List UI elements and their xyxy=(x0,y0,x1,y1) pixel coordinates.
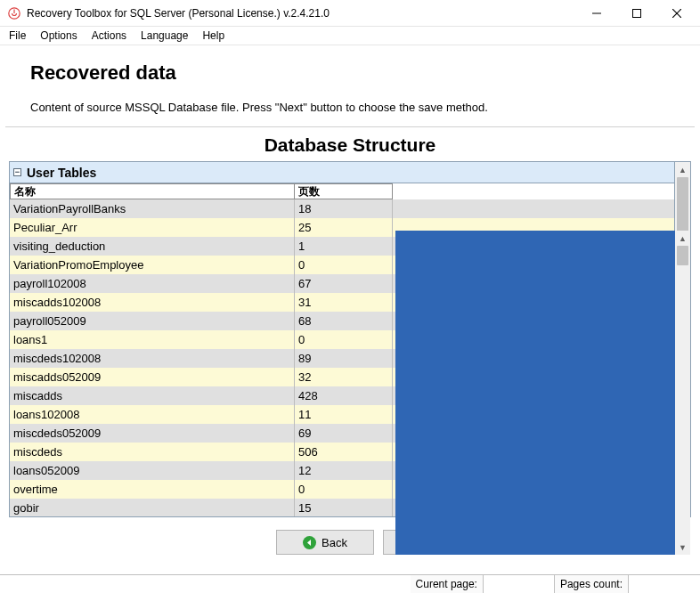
statusbar: Curent page: Pages count: xyxy=(0,574,700,593)
cell-name: miscdeds102008 xyxy=(10,349,295,368)
cell-name: overtime xyxy=(10,480,295,499)
cell-name: loans102008 xyxy=(10,405,295,424)
inner-scroll-thumb[interactable] xyxy=(677,246,688,265)
preview-panel xyxy=(395,231,675,555)
table-row[interactable]: VariationPayrollBanks18 xyxy=(10,199,674,218)
maximize-button[interactable] xyxy=(616,0,656,27)
cell-pages: 0 xyxy=(295,330,393,349)
titlebar: Recovery Toolbox for SQL Server (Persona… xyxy=(0,0,700,27)
cell-pages: 1 xyxy=(295,237,393,256)
cell-pages: 67 xyxy=(295,274,393,293)
inner-scrollbar[interactable]: ▲ ▼ xyxy=(675,231,690,555)
cell-name: Peculiar_Arr xyxy=(10,218,295,237)
cell-pages: 506 xyxy=(295,443,393,461)
cell-name: gobir xyxy=(10,499,295,516)
svg-rect-3 xyxy=(632,9,640,17)
cell-pages: 25 xyxy=(295,218,393,237)
back-button[interactable]: Back xyxy=(276,530,374,555)
cell-pages: 68 xyxy=(295,312,393,330)
cell-name: miscadds052009 xyxy=(10,368,295,386)
cell-pages: 11 xyxy=(295,405,393,424)
cell-name: VariationPromoEmployee xyxy=(10,256,295,274)
cell-name: miscdeds052009 xyxy=(10,424,295,443)
inner-scroll-up-icon[interactable]: ▲ xyxy=(675,231,690,246)
cell-pages: 0 xyxy=(295,480,393,499)
menu-actions[interactable]: Actions xyxy=(85,28,134,44)
cell-pages: 15 xyxy=(295,499,393,516)
cell-name: VariationPayrollBanks xyxy=(10,199,295,218)
inner-scroll-down-icon[interactable]: ▼ xyxy=(675,540,690,555)
back-button-label: Back xyxy=(322,536,347,549)
col-header-name[interactable]: 名称 xyxy=(10,183,295,199)
menu-options[interactable]: Options xyxy=(33,28,84,44)
cell-pages: 12 xyxy=(295,461,393,480)
app-icon xyxy=(7,6,21,20)
window-title: Recovery Toolbox for SQL Server (Persona… xyxy=(27,7,576,20)
cell-name: miscadds xyxy=(10,386,295,405)
page-subtext: Content of source MSSQL Database file. P… xyxy=(5,101,695,126)
divider xyxy=(5,126,695,127)
cell-name: miscdeds xyxy=(10,443,295,461)
status-current-page-label: Curent page: xyxy=(411,575,484,593)
cell-pages: 32 xyxy=(295,368,393,386)
cell-pages: 69 xyxy=(295,424,393,443)
cell-pages: 31 xyxy=(295,293,393,312)
menu-help[interactable]: Help xyxy=(195,28,232,44)
minimize-button[interactable] xyxy=(576,0,616,27)
cell-pages: 428 xyxy=(295,386,393,405)
cell-pages: 18 xyxy=(295,199,393,218)
page-title: Recovered data xyxy=(5,45,695,101)
status-current-page-value xyxy=(484,575,555,593)
menubar: File Options Actions Language Help xyxy=(0,27,700,45)
cell-pages: 89 xyxy=(295,349,393,368)
scroll-up-icon[interactable]: ▲ xyxy=(675,162,690,177)
menu-language[interactable]: Language xyxy=(134,28,195,44)
col-header-pages[interactable]: 页数 xyxy=(295,183,393,199)
group-header-label: User Tables xyxy=(27,166,96,180)
back-arrow-icon xyxy=(303,536,316,549)
close-button[interactable] xyxy=(656,0,696,27)
status-pages-count-value xyxy=(629,575,700,593)
cell-name: payroll102008 xyxy=(10,274,295,293)
collapse-icon[interactable]: − xyxy=(13,168,21,176)
group-header-user-tables[interactable]: − User Tables xyxy=(10,162,674,183)
cell-name: payroll052009 xyxy=(10,312,295,330)
menu-file[interactable]: File xyxy=(2,28,33,44)
cell-name: loans052009 xyxy=(10,461,295,480)
cell-name: miscadds102008 xyxy=(10,293,295,312)
cell-name: visiting_deduction xyxy=(10,237,295,256)
status-pages-count-label: Pages count: xyxy=(555,575,629,593)
column-headers: 名称 页数 xyxy=(10,183,674,199)
structure-title: Database Structure xyxy=(5,131,695,161)
cell-name: loans1 xyxy=(10,330,295,349)
cell-pages: 0 xyxy=(295,256,393,274)
